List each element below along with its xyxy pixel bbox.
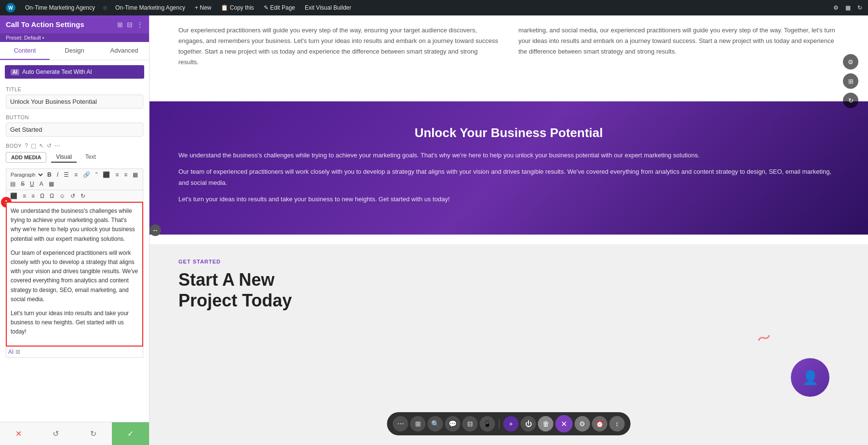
- float-btn-3[interactable]: ↻: [843, 93, 858, 108]
- exit-visual-builder-btn[interactable]: Exit Visual Builder: [303, 0, 353, 15]
- ul-button[interactable]: ☰: [61, 170, 71, 179]
- emoji-button[interactable]: ☺: [57, 192, 68, 200]
- builder-add-btn[interactable]: +: [503, 416, 519, 431]
- main-layout: Call To Action Settings ⊞ ⊟ ⋮ Preset: De…: [0, 15, 868, 445]
- editor-tab-text[interactable]: Text: [81, 152, 101, 163]
- panel-expand-icon[interactable]: ⊞: [117, 21, 123, 28]
- new-btn[interactable]: + New: [193, 0, 213, 15]
- builder-order-btn[interactable]: ↕: [610, 416, 625, 431]
- strike-button[interactable]: S: [18, 180, 27, 188]
- get-started-label: GET STARTED: [178, 259, 839, 264]
- undo2-button[interactable]: ↺: [68, 192, 78, 200]
- editor-ai-icon[interactable]: AI: [8, 348, 14, 355]
- redo2-button[interactable]: ↻: [78, 192, 88, 200]
- quote-button[interactable]: ": [93, 170, 100, 179]
- ai-icon: AI: [11, 69, 19, 75]
- panel-header-icons: ⊞ ⊟ ⋮: [117, 21, 143, 28]
- builder-comment-btn[interactable]: 💬: [445, 416, 461, 431]
- body-help-icon[interactable]: ?: [25, 142, 28, 149]
- right-content: ↔ Our experienced practitioners will gui…: [149, 15, 868, 445]
- panel-redo-button[interactable]: ↻: [75, 422, 112, 445]
- builder-mobile-btn[interactable]: 📱: [480, 416, 495, 431]
- site-name-btn[interactable]: On-Time Marketing Agency: [23, 0, 97, 15]
- builder-tablet-btn[interactable]: ⊟: [462, 416, 478, 431]
- builder-settings-btn[interactable]: ⚙: [575, 416, 590, 431]
- builder-grid-btn[interactable]: ⊞: [410, 416, 426, 431]
- admin-bar-right-icon1[interactable]: ⚙: [831, 4, 841, 11]
- italic-button[interactable]: I: [54, 170, 61, 179]
- body-undo-icon[interactable]: ↺: [47, 142, 52, 149]
- panel-split-icon[interactable]: ⊟: [127, 21, 133, 28]
- panel-tabs: Content Design Advanced: [0, 42, 149, 60]
- wp-logo-btn[interactable]: W: [4, 0, 17, 15]
- button-field-section: Button: [0, 111, 149, 139]
- panel-more-icon[interactable]: ⋮: [136, 21, 143, 28]
- float-btn-1[interactable]: ⚙: [843, 54, 858, 70]
- paragraph-select[interactable]: Paragraph Heading 1 Heading 2: [8, 170, 44, 179]
- align-justify-button[interactable]: ▦: [130, 170, 140, 179]
- align-left-button[interactable]: ⬛: [100, 170, 112, 179]
- ol-button[interactable]: ≡: [72, 170, 80, 179]
- copy-this-btn[interactable]: 📋 Copy this: [219, 0, 256, 15]
- float-btn-2[interactable]: ⊞: [843, 73, 858, 89]
- body-frame-icon[interactable]: ▢: [31, 142, 36, 149]
- ai-generate-button[interactable]: AI Auto Generate Text With AI: [5, 65, 144, 79]
- admin-bar: W On-Time Marketing Agency ⊕ On-Time Mar…: [0, 0, 868, 15]
- body-para-1: We understand the business's challenges …: [11, 207, 138, 244]
- title-field-section: Title: [0, 83, 149, 111]
- decorative-arrow: 〜: [754, 327, 774, 350]
- body-para-3: Let's turn your ideas into results and t…: [11, 309, 138, 337]
- editor-tab-visual[interactable]: Visual: [51, 152, 76, 163]
- panel-close-button[interactable]: ✕: [0, 422, 37, 445]
- comments-count-btn[interactable]: On-Time Marketing Agency: [113, 0, 187, 15]
- edit-page-label: ✎ Edit Page: [264, 4, 295, 11]
- tab-content[interactable]: Content: [0, 42, 50, 60]
- title-input[interactable]: [6, 95, 143, 109]
- body-cursor-icon[interactable]: ↖: [39, 142, 44, 149]
- admin-bar-right-icon2[interactable]: ▦: [843, 4, 853, 11]
- align-center2-button[interactable]: ≡: [20, 192, 28, 200]
- panel-title: Call To Action Settings: [6, 20, 84, 28]
- add-media-button[interactable]: ADD MEDIA: [6, 152, 46, 163]
- underline-button[interactable]: U: [27, 180, 37, 188]
- admin-bar-right: ⚙ ▦ ↻: [831, 4, 864, 11]
- align-center-button[interactable]: ≡: [113, 170, 121, 179]
- color-button[interactable]: A: [37, 180, 46, 188]
- body-section: Body ? ▢ ↖ ↺ ⋯ ADD MEDIA Visual Te: [0, 139, 149, 361]
- panel-resize-handle[interactable]: ↔: [149, 224, 161, 236]
- avatar-icon: 👤: [802, 370, 819, 386]
- builder-dots-btn[interactable]: ⋯: [393, 416, 408, 431]
- builder-power-btn[interactable]: ⏻: [521, 416, 536, 431]
- superscript-button[interactable]: Ω: [38, 192, 47, 200]
- edit-page-btn[interactable]: ✎ Edit Page: [262, 0, 297, 15]
- editor-layout-icon[interactable]: ⊞: [15, 348, 20, 355]
- exit-visual-builder-label: Exit Visual Builder: [305, 4, 352, 11]
- editor-body[interactable]: We understand the business's challenges …: [6, 202, 143, 347]
- wp-logo-icon: W: [6, 3, 15, 13]
- button-input[interactable]: [6, 123, 143, 137]
- avatar-circle: 👤: [791, 358, 829, 397]
- bold-button[interactable]: B: [45, 170, 54, 179]
- builder-main-close-btn[interactable]: ✕: [556, 415, 573, 432]
- indent-button[interactable]: ▤: [8, 180, 18, 188]
- builder-delete-btn[interactable]: 🗑: [538, 416, 554, 431]
- body-more-icon[interactable]: ⋯: [54, 142, 60, 149]
- panel-save-button[interactable]: ✓: [112, 422, 149, 445]
- text-col-2: marketing, and social media, our experie…: [518, 25, 839, 72]
- panel-bottom-bar: ✕ ↺ ↻ ✓: [0, 422, 149, 445]
- more-format-button[interactable]: ▦: [46, 180, 56, 188]
- body-label: Body: [6, 143, 22, 149]
- builder-copy-btn[interactable]: ⏰: [592, 416, 608, 431]
- tab-design[interactable]: Design: [50, 42, 99, 60]
- text-col-1-text: Our experienced practitioners will guide…: [178, 25, 499, 68]
- special-char-button[interactable]: Ω: [47, 192, 56, 200]
- builder-search-btn[interactable]: 🔍: [428, 416, 443, 431]
- panel-undo-button[interactable]: ↺: [37, 422, 74, 445]
- align-right2-button[interactable]: ≡: [29, 192, 37, 200]
- text-col-2-text: marketing, and social media, our experie…: [518, 25, 839, 57]
- page-content: Our experienced practitioners will guide…: [149, 15, 868, 325]
- tab-advanced[interactable]: Advanced: [99, 42, 149, 60]
- admin-bar-right-icon3[interactable]: ↻: [855, 4, 864, 11]
- align-right-button[interactable]: ≡: [122, 170, 130, 179]
- link-button[interactable]: 🔗: [81, 170, 93, 179]
